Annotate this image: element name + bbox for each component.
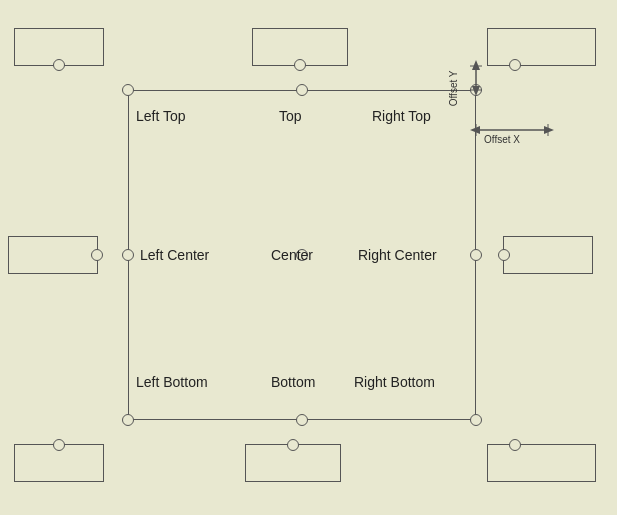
dot-bottom-center-box [287, 439, 299, 451]
label-center: Center [271, 247, 313, 263]
label-right-center: Right Center [358, 247, 437, 263]
box-bottom-left [14, 444, 104, 482]
anchor-dot-right-center [470, 249, 482, 261]
dot-right-center-box [498, 249, 510, 261]
svg-marker-7 [544, 126, 554, 134]
dot-top-left-box [53, 59, 65, 71]
box-bottom-right [487, 444, 596, 482]
svg-marker-1 [472, 60, 480, 70]
box-left-center [8, 236, 98, 274]
anchor-dot-top-right [470, 84, 482, 96]
label-left-bottom: Left Bottom [136, 374, 208, 390]
offset-x-label: Offset X [484, 134, 520, 145]
label-left-center: Left Center [140, 247, 209, 263]
dot-bottom-left-box [53, 439, 65, 451]
dot-left-center-box [91, 249, 103, 261]
box-top-right [487, 28, 596, 66]
box-right-center [503, 236, 593, 274]
anchor-dot-left-center [122, 249, 134, 261]
anchor-dot-bottom-right [470, 414, 482, 426]
box-top-center [252, 28, 348, 66]
anchor-dot-bottom-center [296, 414, 308, 426]
dot-bottom-right-box [509, 439, 521, 451]
box-bottom-center [245, 444, 341, 482]
anchor-dot-top-center [296, 84, 308, 96]
box-top-left [14, 28, 104, 66]
dot-top-right-box [509, 59, 521, 71]
label-left-top: Left Top [136, 108, 186, 124]
offset-y-label: Offset Y [448, 71, 459, 107]
label-right-bottom: Right Bottom [354, 374, 435, 390]
label-bottom: Bottom [271, 374, 315, 390]
anchor-dot-top-left [122, 84, 134, 96]
anchor-dot-bottom-left [122, 414, 134, 426]
dot-top-center-box [294, 59, 306, 71]
label-top: Top [279, 108, 302, 124]
label-right-top: Right Top [372, 108, 431, 124]
